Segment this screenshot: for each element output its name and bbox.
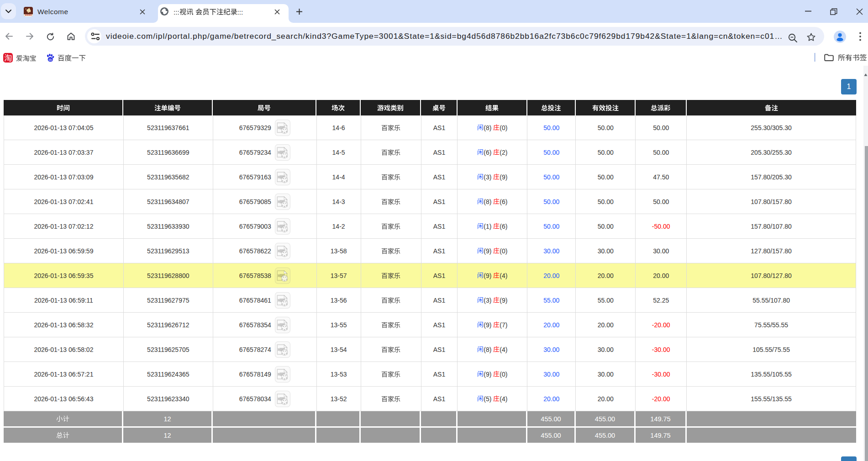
svg-text:du: du bbox=[48, 58, 52, 61]
